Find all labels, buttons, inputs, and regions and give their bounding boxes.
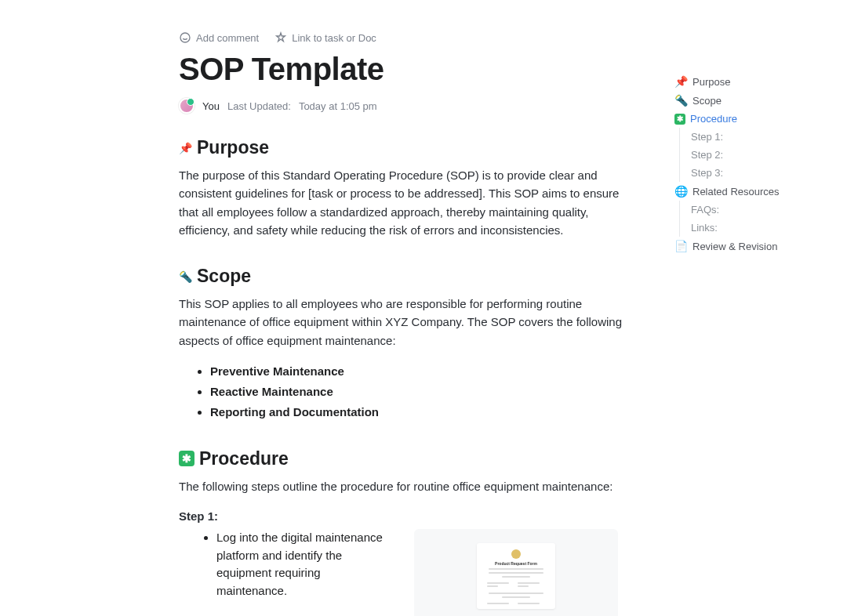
purpose-heading-text: Purpose — [197, 137, 269, 158]
scope-list: Preventive Maintenance Reactive Maintena… — [179, 362, 627, 422]
page-title: SOP Template — [179, 52, 627, 87]
embed-placeholder-line — [518, 603, 540, 604]
last-updated-value: Today at 1:05 pm — [299, 100, 377, 112]
outline-subgroup-related: FAQs: Links: — [679, 201, 831, 237]
main-content: Add comment Link to task or Doc SOP Temp… — [0, 0, 674, 616]
author-you: You — [202, 100, 220, 112]
step1-heading: Step 1: — [179, 509, 627, 523]
section-purpose: 📌 Purpose The purpose of this Standard O… — [179, 137, 627, 239]
flashlight-icon: 🔦 — [674, 94, 688, 107]
toolbar: Add comment Link to task or Doc — [179, 31, 627, 44]
outline-label: Related Resources — [693, 186, 780, 197]
outline-item-links[interactable]: Links: — [691, 219, 831, 237]
outline-label: Review & Revision — [693, 241, 777, 252]
add-comment-label: Add comment — [196, 32, 259, 44]
embed-placeholder-line — [487, 582, 509, 584]
procedure-heading-text: Procedure — [199, 448, 289, 469]
embed-placeholder-line — [518, 585, 529, 587]
scope-heading-text: Scope — [197, 266, 251, 287]
outline-item-step1[interactable]: Step 1: — [691, 128, 831, 146]
outline-item-related[interactable]: 🌐 Related Resources — [674, 182, 831, 201]
embed-avatar-icon — [511, 549, 521, 559]
section-scope: 🔦 Scope This SOP applies to all employee… — [179, 266, 627, 422]
globe-icon: 🌐 — [674, 185, 688, 197]
outline-label: Step 2: — [691, 149, 723, 161]
step1-text: Log into the digital maintenance platfor… — [216, 529, 383, 600]
outline-label: Step 1: — [691, 131, 723, 143]
comment-icon — [179, 31, 191, 44]
link-task-label: Link to task or Doc — [292, 32, 376, 44]
document-icon: 📄 — [674, 240, 688, 252]
embed-placeholder-line — [502, 596, 529, 598]
scope-heading: 🔦 Scope — [179, 266, 627, 287]
embed-card: Product Request Form — [477, 543, 555, 609]
purpose-body: The purpose of this Standard Operating P… — [179, 166, 627, 239]
outline-label: FAQs: — [691, 204, 719, 216]
link-task-button[interactable]: Link to task or Doc — [274, 31, 376, 44]
asterisk-icon: ✱ — [179, 451, 194, 466]
embed-placeholder-line — [487, 603, 509, 604]
embed-title: Product Request Form — [495, 561, 537, 566]
procedure-body: The following steps outline the procedur… — [179, 477, 627, 495]
outline-label: Scope — [693, 95, 722, 107]
outline-item-purpose[interactable]: 📌 Purpose — [674, 72, 831, 91]
avatar[interactable] — [179, 98, 194, 114]
procedure-heading: ✱ Procedure — [179, 448, 627, 469]
step1-text-col: Log into the digital maintenance platfor… — [179, 529, 383, 601]
outline-label: Purpose — [693, 76, 730, 88]
outline-label: Step 3: — [691, 167, 723, 179]
outline-item-faqs[interactable]: FAQs: — [691, 201, 831, 219]
scope-body: This SOP applies to all employees who ar… — [179, 295, 627, 350]
asterisk-icon: ✱ — [674, 114, 685, 125]
outline-item-review[interactable]: 📄 Review & Revision — [674, 237, 831, 255]
list-item: Reporting and Documentation — [210, 403, 627, 422]
outline-sidebar: 📌 Purpose 🔦 Scope ✱ Procedure Step 1: St… — [674, 0, 847, 616]
pushpin-icon: 📌 — [179, 142, 192, 154]
meta-row: You Last Updated: Today at 1:05 pm — [179, 98, 627, 114]
add-comment-button[interactable]: Add comment — [179, 31, 259, 44]
step1-row: Log into the digital maintenance platfor… — [179, 529, 627, 616]
purpose-heading: 📌 Purpose — [179, 137, 627, 158]
outline-label: Procedure — [690, 113, 737, 125]
embed-placeholder-line — [489, 592, 543, 594]
section-procedure: ✱ Procedure The following steps outline … — [179, 448, 627, 616]
outline-item-procedure[interactable]: ✱ Procedure — [674, 110, 831, 128]
outline-item-step2[interactable]: Step 2: — [691, 146, 831, 164]
svg-point-0 — [180, 33, 190, 42]
outline-item-step3[interactable]: Step 3: — [691, 164, 831, 182]
outline-label: Links: — [691, 222, 718, 234]
outline-item-scope[interactable]: 🔦 Scope — [674, 91, 831, 110]
embed-placeholder-line — [518, 582, 540, 584]
embed-placeholder-line — [502, 576, 529, 578]
flashlight-icon: 🔦 — [179, 270, 192, 283]
pushpin-icon: 📌 — [674, 75, 688, 88]
link-icon — [274, 31, 287, 44]
outline-subgroup-procedure: Step 1: Step 2: Step 3: — [679, 128, 831, 182]
list-item: Reactive Maintenance — [210, 382, 627, 401]
embedded-form-preview[interactable]: Product Request Form — [414, 529, 618, 616]
last-updated-label: Last Updated: — [227, 100, 291, 112]
embed-placeholder-line — [489, 572, 543, 574]
list-item: Preventive Maintenance — [210, 362, 627, 381]
embed-placeholder-line — [489, 568, 543, 570]
embed-placeholder-line — [487, 585, 498, 587]
